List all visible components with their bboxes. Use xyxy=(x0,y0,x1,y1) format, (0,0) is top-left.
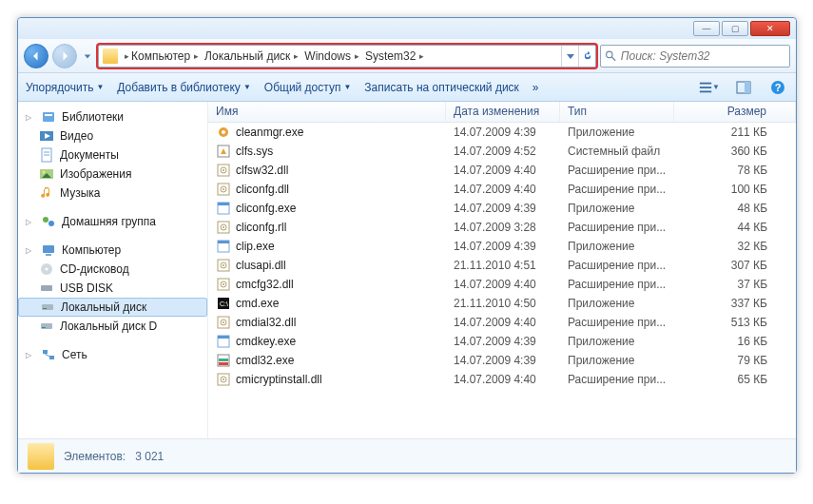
music-icon xyxy=(39,185,54,201)
file-row[interactable]: clip.exe14.07.2009 4:39Приложение32 КБ xyxy=(208,237,796,256)
file-icon xyxy=(216,239,231,254)
file-date: 14.07.2009 4:39 xyxy=(446,202,560,215)
file-type: Приложение xyxy=(560,202,674,215)
file-row[interactable]: clusapi.dll21.11.2010 4:51Расширение при… xyxy=(208,256,796,275)
minimize-button[interactable]: — xyxy=(693,21,720,36)
file-icon xyxy=(216,334,231,349)
col-name[interactable]: Имя xyxy=(208,102,446,122)
file-name: cmdial32.dll xyxy=(236,316,296,329)
sidebar-item-cd[interactable]: CD-дисковод xyxy=(18,260,207,279)
network-icon xyxy=(41,347,56,362)
breadcrumb-seg[interactable]: System32▸ xyxy=(362,46,427,67)
file-row[interactable]: cmicryptinstall.dll14.07.2009 4:40Расшир… xyxy=(208,370,796,389)
file-icon xyxy=(216,315,231,330)
svg-rect-26 xyxy=(42,304,53,310)
preview-pane-button[interactable] xyxy=(733,77,754,98)
sidebar-item-localdisk-d[interactable]: Локальный диск D xyxy=(18,317,207,336)
file-size: 360 КБ xyxy=(674,145,796,158)
svg-line-1 xyxy=(611,56,615,60)
maximize-button[interactable]: ▢ xyxy=(722,21,748,36)
share-menu[interactable]: Общий доступ▼ xyxy=(264,81,352,94)
view-options-button[interactable]: ▼ xyxy=(699,77,720,98)
svg-point-0 xyxy=(607,51,612,57)
burn-button[interactable]: Записать на оптический диск xyxy=(364,81,519,94)
nav-row: ▸Компьютер▸ Локальный диск▸ Windows▸ Sys… xyxy=(18,39,796,73)
more-button[interactable]: » xyxy=(532,81,539,94)
cd-icon xyxy=(39,262,54,277)
sidebar-item-documents[interactable]: Документы xyxy=(18,145,207,165)
breadcrumb-seg[interactable]: ▸Компьютер▸ xyxy=(120,46,202,67)
file-date: 14.07.2009 4:39 xyxy=(446,126,560,139)
sidebar-homegroup-head[interactable]: Домашняя группа xyxy=(18,212,207,231)
svg-rect-29 xyxy=(42,327,46,328)
file-row[interactable]: cleanmgr.exe14.07.2009 4:39Приложение211… xyxy=(208,123,796,142)
status-count: 3 021 xyxy=(135,450,164,463)
file-type: Расширение при... xyxy=(560,164,674,177)
titlebar: — ▢ ✕ xyxy=(18,18,796,39)
forward-button[interactable] xyxy=(52,44,77,68)
col-type[interactable]: Тип xyxy=(560,102,674,122)
address-dropdown[interactable] xyxy=(561,46,578,67)
refresh-button[interactable] xyxy=(578,46,595,67)
back-button[interactable] xyxy=(24,44,48,68)
sidebar-item-music[interactable]: Музыка xyxy=(18,184,207,203)
search-input[interactable] xyxy=(621,49,785,63)
file-row[interactable]: cmdial32.dll14.07.2009 4:40Расширение пр… xyxy=(208,313,796,332)
sidebar-item-video[interactable]: Видео xyxy=(18,126,207,145)
file-type: Расширение при... xyxy=(560,316,674,329)
file-row[interactable]: cliconfg.dll14.07.2009 4:40Расширение пр… xyxy=(208,180,796,199)
file-row[interactable]: cmdl32.exe14.07.2009 4:39Приложение79 КБ xyxy=(208,351,796,370)
svg-rect-21 xyxy=(43,245,54,253)
svg-point-24 xyxy=(46,268,48,271)
file-icon xyxy=(216,182,231,197)
search-box[interactable] xyxy=(600,45,790,68)
file-row[interactable]: cmcfg32.dll14.07.2009 4:40Расширение при… xyxy=(208,275,796,294)
help-button[interactable]: ? xyxy=(767,77,788,98)
file-row[interactable]: cliconfg.rll14.07.2009 3:28Расширение пр… xyxy=(208,218,796,237)
file-row[interactable]: clfsw32.dll14.07.2009 4:40Расширение при… xyxy=(208,161,796,180)
file-type: Приложение xyxy=(560,354,674,367)
file-rows: cleanmgr.exe14.07.2009 4:39Приложение211… xyxy=(208,123,796,438)
file-type: Расширение при... xyxy=(560,259,674,272)
video-icon xyxy=(39,128,54,144)
sidebar-item-usb[interactable]: USB DISK xyxy=(18,279,207,298)
file-list: Имя Дата изменения Тип Размер cleanmgr.e… xyxy=(208,102,796,438)
breadcrumb-seg[interactable]: Windows▸ xyxy=(301,46,362,67)
sidebar-network-head[interactable]: Сеть xyxy=(18,345,207,364)
add-to-library-menu[interactable]: Добавить в библиотеку▼ xyxy=(117,81,250,94)
file-row[interactable]: cmd.exe21.11.2010 4:50Приложение337 КБ xyxy=(208,294,796,313)
file-name: cmdkey.exe xyxy=(236,335,296,348)
file-icon xyxy=(216,277,231,292)
file-type: Расширение при... xyxy=(560,183,674,196)
sidebar-computer-head[interactable]: Компьютер xyxy=(18,241,207,260)
file-name: clfsw32.dll xyxy=(236,164,288,177)
sidebar-item-localdisk[interactable]: Локальный диск xyxy=(18,298,207,317)
col-size[interactable]: Размер xyxy=(674,102,796,122)
disk-icon xyxy=(40,300,55,315)
file-row[interactable]: clfs.sys14.07.2009 4:52Системный файл360… xyxy=(208,142,796,161)
breadcrumb-label: System32 xyxy=(365,49,416,63)
svg-point-17 xyxy=(43,171,46,174)
sidebar-item-pictures[interactable]: Изображения xyxy=(18,165,207,184)
col-date[interactable]: Дата изменения xyxy=(446,102,560,122)
file-size: 44 КБ xyxy=(674,221,796,234)
file-date: 21.11.2010 4:50 xyxy=(446,297,560,310)
toolbar-label: Упорядочить xyxy=(26,81,93,94)
file-date: 21.11.2010 4:51 xyxy=(446,259,560,272)
file-type: Приложение xyxy=(560,297,674,310)
sidebar-label: USB DISK xyxy=(60,281,113,295)
breadcrumb-seg[interactable]: Локальный диск▸ xyxy=(202,46,301,67)
folder-icon xyxy=(103,48,118,64)
breadcrumb-label: Компьютер xyxy=(131,49,190,63)
history-dropdown[interactable] xyxy=(81,47,94,66)
file-row[interactable]: cliconfg.exe14.07.2009 4:39Приложение48 … xyxy=(208,199,796,218)
organize-menu[interactable]: Упорядочить▼ xyxy=(26,81,104,94)
breadcrumb-label: Windows xyxy=(304,49,351,63)
svg-point-19 xyxy=(43,217,48,223)
file-icon xyxy=(216,125,231,140)
close-button[interactable]: ✕ xyxy=(750,21,790,36)
address-bar[interactable]: ▸Компьютер▸ Локальный диск▸ Windows▸ Sys… xyxy=(98,45,596,68)
sidebar-libraries-head[interactable]: Библиотеки xyxy=(18,107,207,126)
file-row[interactable]: cmdkey.exe14.07.2009 4:39Приложение16 КБ xyxy=(208,332,796,351)
disk-icon xyxy=(39,319,54,334)
